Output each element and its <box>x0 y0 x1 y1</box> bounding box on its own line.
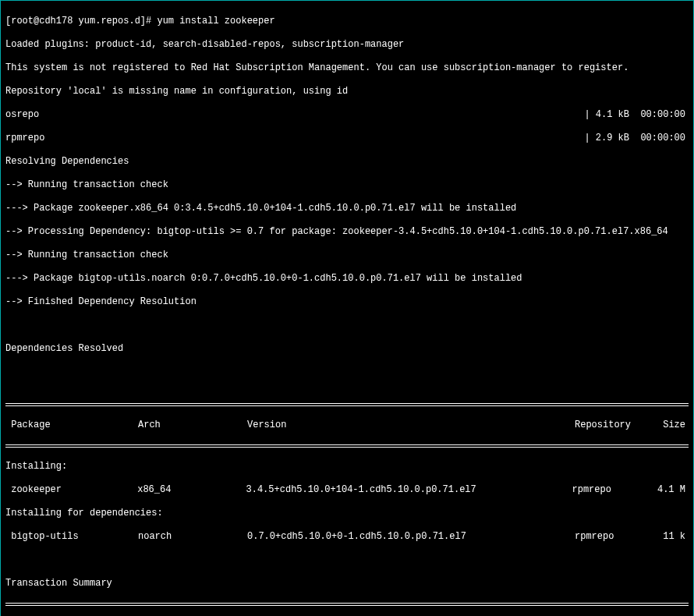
cell-repo: rpmrepo <box>572 484 657 496</box>
col-size: Size <box>660 420 689 431</box>
repo-name: rpmrepo <box>5 133 44 144</box>
cell-arch: x86_64 <box>137 484 246 496</box>
output-line: ---> Package bigtop-utils.noarch 0:0.7.0… <box>5 273 689 285</box>
output-line: Dependencies Resolved <box>5 343 689 355</box>
col-repository: Repository <box>575 420 660 431</box>
rule <box>5 403 689 406</box>
section-label: Installing: <box>5 461 689 473</box>
col-package: Package <box>5 420 138 431</box>
output-line: Repository 'local' is missing name in co… <box>5 86 689 97</box>
output-line: --> Running transaction check <box>5 179 689 191</box>
rule <box>5 603 689 606</box>
output-line: Loaded plugins: product-id, search-disab… <box>5 39 689 51</box>
section-label: Transaction Summary <box>5 578 689 589</box>
terminal-output: [root@cdh178 yum.repos.d]# yum install z… <box>0 0 694 616</box>
output-line: This system is not registered to Red Hat… <box>5 62 689 74</box>
output-line: Resolving Dependencies <box>5 156 689 168</box>
blank-line <box>5 320 689 331</box>
table-row: zookeeper x86_64 3.4.5+cdh5.10.0+104-1.c… <box>5 484 689 496</box>
repo-name: osrepo <box>5 109 39 121</box>
cell-package: bigtop-utils <box>5 531 138 543</box>
col-version: Version <box>247 420 575 431</box>
col-arch: Arch <box>138 420 247 431</box>
cell-size: 4.1 M <box>657 484 689 496</box>
rule <box>5 444 689 448</box>
table-row: bigtop-utils noarch 0.7.0+cdh5.10.0+0-1.… <box>5 531 689 543</box>
output-line: --> Processing Dependency: bigtop-utils … <box>5 226 689 238</box>
cell-size: 11 k <box>660 531 689 543</box>
section-label: Installing for dependencies: <box>5 508 689 519</box>
blank-line <box>5 366 689 378</box>
repo-line: rpmrepo| 2.9 kB 00:00:00 <box>5 133 689 144</box>
output-line: ---> Package zookeeper.x86_64 0:3.4.5+cd… <box>5 203 689 214</box>
output-line: --> Finished Dependency Resolution <box>5 296 689 308</box>
repo-stats: | 2.9 kB 00:00:00 <box>44 133 689 144</box>
cell-version: 0.7.0+cdh5.10.0+0-1.cdh5.10.0.p0.71.el7 <box>247 531 575 543</box>
cell-repo: rpmrepo <box>575 531 660 543</box>
cell-arch: noarch <box>138 531 247 543</box>
table-header: Package Arch Version Repository Size <box>5 420 689 431</box>
prompt-line: [root@cdh178 yum.repos.d]# yum install z… <box>5 16 689 27</box>
blank-line <box>5 554 689 566</box>
repo-stats: | 4.1 kB 00:00:00 <box>39 109 689 121</box>
cell-package: zookeeper <box>5 484 137 496</box>
output-line: --> Running transaction check <box>5 250 689 261</box>
repo-line: osrepo| 4.1 kB 00:00:00 <box>5 109 689 121</box>
cell-version: 3.4.5+cdh5.10.0+104-1.cdh5.10.0.p0.71.el… <box>246 484 572 496</box>
